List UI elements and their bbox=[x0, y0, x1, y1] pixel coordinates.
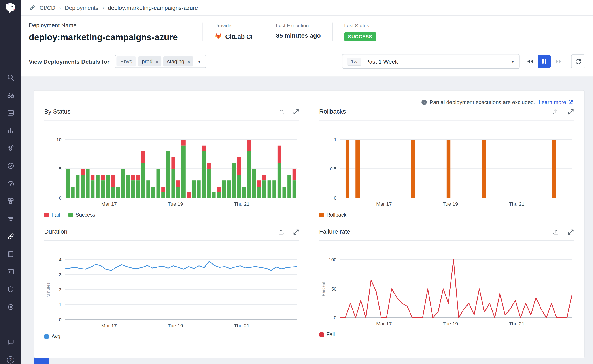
exclusion-notice: Partial deployment executions are exclud… bbox=[44, 96, 574, 107]
page-header: Deployment Name deploy:marketing-campaig… bbox=[21, 16, 593, 50]
page-title: deploy:marketing-campaigns-azure bbox=[29, 32, 203, 43]
expand-icon[interactable] bbox=[293, 109, 299, 115]
remove-chip-icon[interactable]: × bbox=[155, 58, 159, 64]
chart-by-status: By Status 0510Mar 17Tue 19Thu 21 FailSuc… bbox=[44, 108, 299, 218]
provider-column: Provider bbox=[202, 23, 264, 41]
learn-more-label: Learn more bbox=[539, 99, 566, 105]
binoculars-icon[interactable] bbox=[6, 91, 15, 100]
chart-rollbacks: Rollbacks 00.51Mar 17Tue 19Thu 21 Rollba… bbox=[319, 108, 574, 218]
remove-chip-icon[interactable]: × bbox=[187, 58, 190, 64]
env-filter-select[interactable]: Envs prod × staging × ▼ bbox=[115, 55, 206, 68]
datadog-logo[interactable] bbox=[0, 0, 21, 17]
deployment-name-label: Deployment Name bbox=[29, 22, 203, 28]
legend-item-fail[interactable]: Fail bbox=[44, 212, 60, 218]
events-list-icon[interactable] bbox=[6, 108, 15, 117]
sidebar-bottom: ? bbox=[6, 337, 15, 364]
breadcrumb-current: deploy:marketing-campaigns-azure bbox=[108, 4, 198, 11]
chart-duration: Duration Minutes 01234Mar 17Tue 19Thu 21 bbox=[44, 228, 299, 339]
assistant-button[interactable] bbox=[34, 358, 49, 364]
expand-icon[interactable] bbox=[293, 229, 299, 235]
info-icon bbox=[421, 99, 427, 105]
fast-forward-button[interactable] bbox=[552, 55, 565, 68]
env-chip-staging-label: staging bbox=[167, 58, 185, 65]
filter-bar: View Deployments Details for Envs prod ×… bbox=[21, 50, 593, 77]
expand-icon[interactable] bbox=[568, 229, 574, 235]
last-execution-label: Last Execution bbox=[276, 23, 321, 28]
last-status-label: Last Status bbox=[344, 23, 376, 28]
pause-button[interactable] bbox=[538, 55, 551, 68]
pipelines-icon[interactable] bbox=[6, 214, 15, 223]
content-area: Partial deployment executions are exclud… bbox=[21, 77, 593, 364]
env-chip-prod-label: prod bbox=[142, 58, 153, 65]
charts-grid: By Status 0510Mar 17Tue 19Thu 21 FailSuc… bbox=[44, 108, 574, 339]
env-chip-prod[interactable]: prod × bbox=[138, 56, 161, 66]
by-status-plot[interactable]: 0510Mar 17Tue 19Thu 21 bbox=[65, 140, 297, 198]
time-preset-badge: 1w bbox=[347, 57, 361, 65]
rollbacks-legend: Rollback bbox=[319, 212, 574, 218]
notice-text: Partial deployment executions are exclud… bbox=[430, 99, 535, 105]
chevron-down-icon: ▼ bbox=[511, 59, 515, 64]
ci-cd-link-icon[interactable] bbox=[6, 232, 15, 241]
provider-value: GitLab CI bbox=[225, 33, 253, 40]
legend-item-avg[interactable]: Avg bbox=[44, 334, 60, 339]
service-map-icon[interactable] bbox=[6, 143, 15, 153]
metrics-chart-icon[interactable] bbox=[6, 126, 15, 135]
charts-card: Partial deployment executions are exclud… bbox=[34, 90, 585, 358]
duration-plot[interactable]: Minutes 01234Mar 17Tue 19Thu 21 bbox=[65, 260, 297, 320]
breadcrumb-cicd[interactable]: CI/CD bbox=[40, 4, 55, 11]
env-filter-tag: Envs bbox=[116, 56, 136, 66]
last-execution-value: 35 minutes ago bbox=[276, 32, 321, 39]
failure-rate-plot[interactable]: Percent 050100Mar 17Tue 19Thu 21 bbox=[340, 260, 572, 318]
breadcrumb: CI/CD › Deployments › deploy:marketing-c… bbox=[21, 0, 593, 16]
refresh-button[interactable] bbox=[571, 54, 585, 68]
breadcrumb-separator: › bbox=[59, 5, 61, 11]
rewind-button[interactable] bbox=[524, 55, 537, 68]
rollbacks-plot[interactable]: 00.51Mar 17Tue 19Thu 21 bbox=[340, 140, 572, 198]
provider-label: Provider bbox=[214, 23, 253, 28]
chart-title: By Status bbox=[44, 108, 70, 115]
breadcrumb-deployments[interactable]: Deployments bbox=[65, 4, 98, 11]
chart-title: Rollbacks bbox=[319, 108, 346, 115]
playback-controls bbox=[524, 55, 565, 68]
app-window: ? CI/CD › Deployments › deploy:marketing… bbox=[0, 0, 593, 364]
chat-icon[interactable] bbox=[6, 337, 15, 347]
settings-gear-icon[interactable] bbox=[6, 302, 15, 312]
security-shield-icon[interactable] bbox=[6, 285, 15, 294]
legend-item-fail[interactable]: Fail bbox=[319, 332, 335, 337]
duration-legend: Avg bbox=[44, 334, 299, 339]
gitlab-icon bbox=[214, 32, 222, 41]
chart-title: Duration bbox=[44, 228, 67, 235]
failure-rate-legend: Fail bbox=[319, 332, 574, 337]
status-badge: SUCCESS bbox=[344, 32, 376, 41]
export-icon[interactable] bbox=[553, 229, 559, 235]
help-icon[interactable]: ? bbox=[6, 355, 15, 364]
last-execution-column: Last Execution 35 minutes ago bbox=[264, 23, 332, 41]
link-icon bbox=[29, 4, 36, 11]
learn-more-link[interactable]: Learn more bbox=[539, 99, 573, 105]
env-chip-staging[interactable]: staging × bbox=[163, 56, 193, 66]
dashboards-gauge-icon[interactable] bbox=[6, 179, 15, 188]
monitors-check-icon[interactable] bbox=[6, 161, 15, 170]
last-status-column: Last Status SUCCESS bbox=[332, 23, 388, 41]
export-icon[interactable] bbox=[278, 229, 284, 235]
ci-terminal-icon[interactable] bbox=[6, 267, 15, 276]
export-icon[interactable] bbox=[553, 109, 559, 115]
search-icon[interactable] bbox=[6, 73, 15, 82]
legend-item-rollback[interactable]: Rollback bbox=[319, 212, 346, 218]
export-icon[interactable] bbox=[278, 109, 284, 115]
notebooks-icon[interactable] bbox=[6, 250, 15, 259]
chevron-down-icon[interactable]: ▼ bbox=[197, 59, 201, 64]
filter-label: View Deployments Details for bbox=[29, 58, 109, 65]
time-range-label: Past 1 Week bbox=[365, 58, 398, 65]
by-status-legend: FailSuccess bbox=[44, 212, 299, 218]
sidebar-nav bbox=[6, 73, 15, 312]
expand-icon[interactable] bbox=[568, 109, 574, 115]
legend-item-success[interactable]: Success bbox=[68, 212, 95, 218]
chart-failure-rate: Failure rate Percent 050100Mar 17Tue 19T… bbox=[319, 228, 574, 339]
breadcrumb-separator: › bbox=[102, 5, 104, 11]
time-range-picker[interactable]: 1w Past 1 Week ▼ bbox=[342, 54, 519, 69]
sidebar: ? bbox=[0, 0, 21, 364]
external-link-icon bbox=[568, 99, 573, 105]
chart-title: Failure rate bbox=[319, 228, 350, 235]
integrations-blocks-icon[interactable] bbox=[6, 196, 15, 206]
